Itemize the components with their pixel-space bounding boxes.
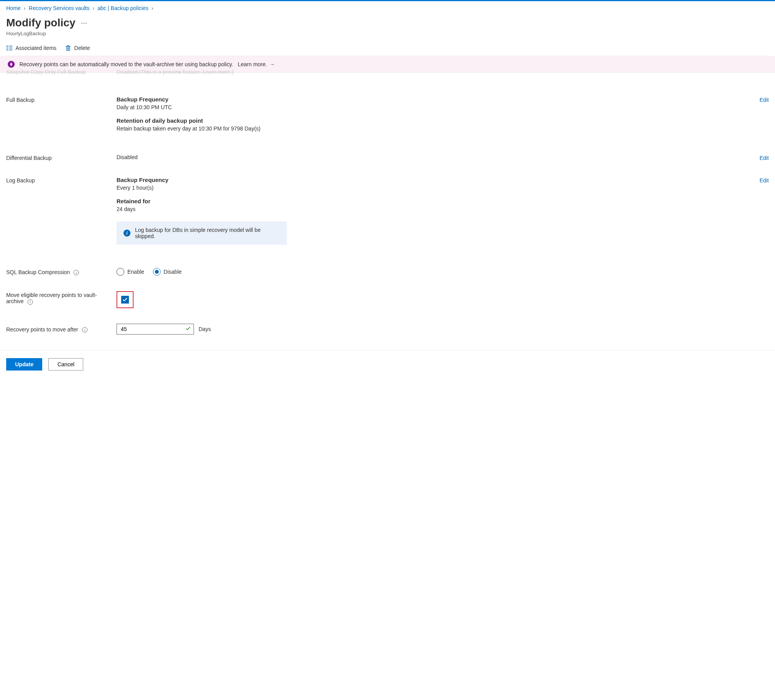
archive-section: Move eligible recovery points to vault-a… — [6, 291, 769, 324]
radio-label: Disable — [164, 269, 182, 275]
banner-learn-more-link[interactable]: Learn more. → — [238, 61, 274, 67]
log-info-text: Log backup for DBs in simple recovery mo… — [135, 227, 280, 239]
help-icon[interactable]: i — [74, 270, 79, 275]
archive-checkbox[interactable] — [121, 296, 129, 304]
radio-selected-icon — [153, 268, 161, 276]
toolbar-label: Delete — [74, 45, 90, 51]
edit-diff-backup-link[interactable]: Edit — [760, 154, 769, 161]
breadcrumb-rsv[interactable]: Recovery Services vaults — [29, 5, 89, 11]
cancel-button[interactable]: Cancel — [48, 358, 83, 371]
section-label: Full Backup — [6, 96, 117, 139]
help-icon[interactable]: i — [27, 299, 33, 305]
log-freq-title: Backup Frequency — [117, 177, 760, 183]
log-freq-value: Every 1 hour(s) — [117, 185, 760, 191]
radio-icon — [117, 268, 124, 276]
chevron-right-icon: › — [151, 5, 153, 11]
footer: Update Cancel — [0, 350, 775, 371]
log-info-box: i Log backup for DBs in simple recovery … — [117, 221, 287, 245]
freq-value: Daily at 10:30 PM UTC — [117, 104, 760, 110]
delete-button[interactable]: Delete — [65, 45, 90, 51]
update-button[interactable]: Update — [6, 358, 42, 371]
radio-label: Enable — [127, 269, 144, 275]
freq-title: Backup Frequency — [117, 96, 760, 103]
banner-text: Recovery points can be automatically mov… — [19, 61, 233, 67]
edit-full-backup-link[interactable]: Edit — [760, 96, 769, 139]
page-subtitle: HourlyLogBackup — [6, 31, 769, 36]
section-label: Move eligible recovery points to vault-a… — [6, 291, 117, 305]
log-backup-section: Log Backup Backup Frequency Every 1 hour… — [6, 177, 769, 268]
page-title: Modify policy — [6, 17, 75, 29]
trash-icon — [65, 45, 71, 51]
breadcrumb-policies[interactable]: abc | Backup policies — [98, 5, 148, 11]
breadcrumb: Home › Recovery Services vaults › abc | … — [6, 1, 769, 17]
highlight-box — [117, 291, 134, 308]
log-ret-title: Retained for — [117, 198, 760, 204]
move-after-section: Recovery points to move after i Days — [6, 324, 769, 342]
help-icon[interactable]: i — [82, 327, 87, 333]
associated-items-button[interactable]: Associated items — [6, 45, 57, 51]
diff-value: Disabled — [117, 154, 760, 160]
compression-enable-radio[interactable]: Enable — [117, 268, 144, 276]
valid-check-icon — [185, 326, 191, 333]
toolbar: Associated items Delete — [6, 43, 769, 56]
section-label: Differential Backup — [6, 154, 117, 161]
arrow-right-icon: → — [269, 61, 275, 67]
move-after-input[interactable] — [117, 324, 194, 335]
section-label: Log Backup — [6, 177, 117, 245]
differential-backup-section: Differential Backup Disabled Edit — [6, 154, 769, 177]
ret-value: Retain backup taken every day at 10:30 P… — [117, 125, 760, 132]
unit-label: Days — [199, 326, 211, 332]
compression-section: SQL Backup Compression i Enable Disable — [6, 268, 769, 291]
edit-log-backup-link[interactable]: Edit — [760, 177, 769, 245]
banner-link-text: Learn more. — [238, 61, 267, 67]
check-icon — [122, 297, 128, 302]
ret-title: Retention of daily backup point — [117, 117, 760, 124]
section-label: SQL Backup Compression i — [6, 268, 117, 276]
log-ret-value: 24 days — [117, 206, 760, 212]
full-backup-section: Full Backup Backup Frequency Daily at 10… — [6, 81, 769, 154]
rocket-icon — [8, 61, 15, 68]
snapshot-row: Snapshot Copy Only Full Backup Disabled … — [6, 69, 769, 81]
info-icon: i — [123, 230, 130, 237]
chevron-right-icon: › — [24, 5, 26, 11]
toolbar-label: Associated items — [15, 45, 57, 51]
compression-disable-radio[interactable]: Disable — [153, 268, 182, 276]
more-icon[interactable]: ⋯ — [81, 19, 88, 27]
chevron-right-icon: › — [93, 5, 94, 11]
section-label: Recovery points to move after i — [6, 326, 117, 333]
breadcrumb-home[interactable]: Home — [6, 5, 21, 11]
list-icon — [6, 45, 12, 51]
